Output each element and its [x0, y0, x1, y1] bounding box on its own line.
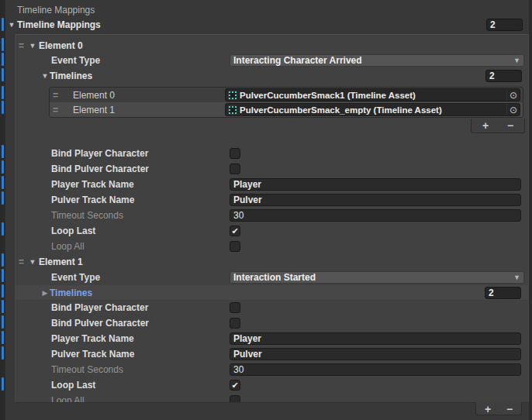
remove-element-button[interactable]: − [502, 404, 517, 415]
prefab-override-marker [2, 284, 4, 298]
timeline-asset-field[interactable]: PulverCucumberSmack_empty (Timeline Asse… [225, 103, 520, 116]
prefab-override-marker [2, 160, 4, 174]
checkmark-icon: ✔ [231, 226, 238, 236]
property-header-row: Timeline Mappings [5, 2, 529, 17]
timeout-row: Timeout Seconds [16, 362, 528, 377]
loop-last-label: Loop Last [51, 380, 95, 391]
player-track-label: Player Track Name [51, 333, 134, 344]
player-track-input[interactable] [230, 332, 521, 345]
timeline-item-row[interactable]: = Element 0 PulverCucumberSmack1 (Timeli… [50, 88, 523, 102]
timeline-item-label: Element 0 [73, 90, 115, 101]
timeout-label: Timeout Seconds [51, 210, 123, 221]
bind-pulver-checkbox[interactable] [230, 164, 240, 174]
prefab-override-marker [2, 176, 4, 189]
prefab-override-marker [2, 315, 4, 329]
object-picker-icon[interactable]: ⊙ [506, 89, 520, 101]
timeline-asset-name: PulverCucumberSmack1 (Timeline Asset) [240, 91, 506, 100]
timelines-foldout-row[interactable]: ▼ Timelines 2 [16, 68, 528, 84]
event-type-row: Event Type Interaction Started ▼ [16, 270, 528, 285]
player-track-row: Player Track Name [16, 331, 528, 346]
foldout-open-icon[interactable]: ▼ [28, 258, 37, 266]
timelines-foldout-row-selected[interactable]: ▶ Timelines 2 [15, 285, 529, 300]
foldout-open-icon[interactable]: ▼ [40, 72, 50, 80]
timeline-mappings-footer: + − [475, 402, 522, 415]
event-type-row: Event Type Interacting Character Arrived… [16, 53, 528, 68]
prefab-override-marker [2, 145, 4, 158]
drag-handle-icon[interactable]: = [53, 105, 62, 115]
prefab-override-marker [2, 101, 4, 114]
bind-player-label: Bind Player Character [51, 148, 148, 159]
element1-header[interactable]: = ▼ Element 1 [16, 254, 528, 270]
player-track-label: Player Track Name [51, 179, 134, 190]
event-type-value: Interaction Started [233, 272, 513, 283]
prefab-override-marker [2, 331, 4, 344]
loop-last-row: Loop Last ✔ [16, 223, 528, 239]
pulver-track-input[interactable] [230, 194, 521, 206]
event-type-dropdown[interactable]: Interacting Character Arrived ▼ [230, 54, 524, 67]
timeline-item-label: Element 1 [73, 105, 115, 115]
timeline-asset-icon [228, 91, 237, 100]
bind-player-row: Bind Player Character [16, 146, 528, 161]
loop-last-checkbox[interactable]: ✔ [230, 225, 240, 236]
chevron-down-icon: ▼ [513, 274, 520, 281]
timeline-asset-field[interactable]: PulverCucumberSmack1 (Timeline Asset) ⊙ [225, 88, 520, 102]
remove-element-button[interactable]: − [500, 120, 520, 132]
bind-pulver-checkbox[interactable] [230, 318, 240, 329]
foldout-open-icon[interactable]: ▼ [6, 21, 17, 29]
loop-last-row: Loop Last ✔ [16, 377, 528, 393]
array-size-field[interactable]: 2 [486, 19, 523, 31]
timelines-size-field[interactable]: 2 [485, 287, 521, 299]
pulver-track-label: Pulver Track Name [51, 349, 134, 360]
loop-all-label: Loop All [51, 241, 85, 252]
add-element-button[interactable]: + [480, 404, 496, 415]
prefab-override-marker [2, 68, 4, 81]
drag-handle-icon[interactable]: = [53, 90, 62, 101]
player-track-input[interactable] [230, 178, 521, 191]
prefab-override-marker [2, 300, 4, 313]
object-picker-icon[interactable]: ⊙ [506, 104, 520, 115]
timeline-asset-name: PulverCucumberSmack_empty (Timeline Asse… [240, 105, 506, 115]
event-type-value: Interacting Character Arrived [233, 55, 513, 66]
event-type-dropdown[interactable]: Interaction Started ▼ [230, 271, 524, 284]
prefab-override-marker [2, 53, 4, 66]
pulver-track-input[interactable] [230, 348, 521, 360]
bind-player-checkbox[interactable] [230, 302, 240, 313]
prefab-override-marker [2, 377, 4, 391]
event-type-label: Event Type [51, 272, 100, 283]
loop-last-checkbox[interactable]: ✔ [230, 380, 240, 391]
timelines-list: = Element 0 PulverCucumberSmack1 (Timeli… [49, 87, 523, 118]
timelines-list-footer: + − [471, 119, 525, 133]
property-header-label: Timeline Mappings [17, 5, 95, 15]
timelines-size-field[interactable]: 2 [485, 70, 522, 82]
bind-pulver-row: Bind Pulver Character [16, 161, 528, 177]
timeline-mappings-foldout[interactable]: ▼ Timeline Mappings 2 [5, 17, 529, 33]
checkmark-icon: ✔ [231, 380, 238, 391]
foldout-open-icon[interactable]: ▼ [28, 42, 37, 50]
drag-handle-icon[interactable]: = [19, 40, 28, 51]
pulver-track-label: Pulver Track Name [51, 195, 134, 205]
loop-all-row: Loop All [16, 393, 528, 403]
timeline-mappings-box: = ▼ Element 0 Event Type Interacting Cha… [15, 34, 529, 403]
pulver-track-row: Pulver Track Name [16, 192, 528, 208]
bind-player-row: Bind Player Character [16, 300, 528, 315]
drag-handle-icon[interactable]: = [19, 256, 28, 267]
prefab-override-marker [2, 346, 4, 360]
timeline-mappings-title: Timeline Mappings [17, 19, 101, 30]
add-element-button[interactable]: + [475, 120, 496, 132]
timelines-label: Timelines [50, 71, 92, 81]
timeout-input[interactable] [230, 363, 521, 376]
timeline-item-row[interactable]: = Element 1 PulverCucumberSmack_empty (T… [50, 102, 523, 117]
timelines-label: Timelines [50, 287, 92, 298]
loop-all-checkbox[interactable] [230, 395, 240, 403]
prefab-override-marker [2, 86, 4, 99]
bind-pulver-label: Bind Pulver Character [51, 164, 149, 174]
element0-title: Element 0 [39, 40, 83, 51]
bind-player-checkbox[interactable] [230, 148, 240, 159]
prefab-override-marker [2, 222, 4, 236]
timeout-input[interactable] [230, 209, 521, 222]
element0-header[interactable]: = ▼ Element 0 [16, 39, 528, 53]
element1-title: Element 1 [39, 256, 83, 267]
loop-all-checkbox[interactable] [230, 241, 240, 252]
foldout-closed-icon[interactable]: ▶ [40, 289, 50, 297]
timeout-label: Timeout Seconds [51, 364, 123, 375]
